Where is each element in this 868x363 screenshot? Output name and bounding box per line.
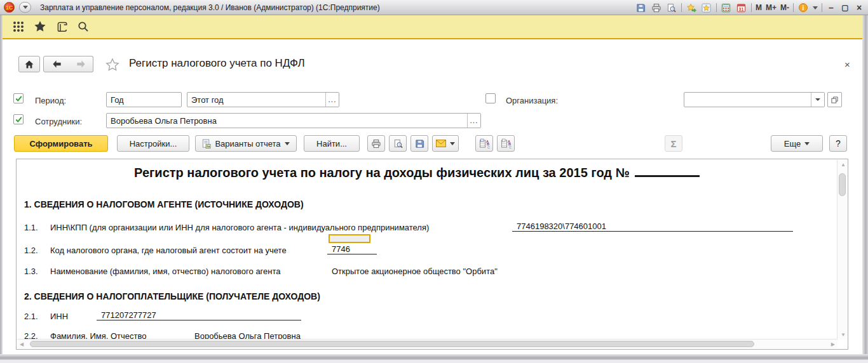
employees-checkbox[interactable] [13, 114, 24, 124]
info-icon[interactable]: i [797, 2, 809, 13]
period-choose-button[interactable]: ... [325, 93, 339, 107]
titlebar-toolbar: 31 M M+ M- i – ▢ × [635, 0, 864, 15]
calendar-icon[interactable]: 31 [736, 2, 747, 13]
1c-logo-icon: 1С [4, 2, 15, 13]
employees-field[interactable]: ... [106, 113, 481, 128]
home-icon [24, 60, 34, 69]
favorites-star-icon[interactable] [29, 17, 51, 36]
report-variants-label: Варианты отчета [215, 139, 280, 148]
minimize-button[interactable]: – [826, 3, 836, 13]
item-number: 1.2. [24, 246, 38, 255]
period-value-input[interactable] [187, 93, 325, 107]
collapse-group-levels-button[interactable]: ABC [497, 135, 515, 152]
find-button[interactable]: Найти... [304, 135, 360, 152]
report-number-blank [635, 175, 700, 177]
report-area[interactable]: Регистр налогового учета по налогу на до… [16, 159, 848, 350]
page-title: Регистр налогового учета по НДФЛ [129, 57, 305, 70]
close-button[interactable]: × [854, 3, 864, 13]
item-number: 1.1. [24, 223, 38, 232]
window-title: Зарплата и управление персоналом, редакц… [40, 3, 380, 12]
separator [681, 3, 682, 12]
period-checkbox[interactable] [13, 93, 24, 103]
svg-text:i: i [803, 4, 804, 11]
favorite-star-toggle[interactable] [105, 57, 120, 75]
vertical-scrollbar-thumb[interactable] [839, 173, 846, 196]
print-preview-icon [393, 139, 403, 148]
save-icon[interactable] [635, 2, 647, 13]
settings-button[interactable]: Настройки... [117, 135, 189, 152]
generate-button[interactable]: Сформировать [14, 135, 108, 152]
scroll-up-icon[interactable]: ▲ [841, 162, 846, 168]
horizontal-scrollbar-thumb[interactable] [30, 341, 754, 347]
help-button-label: ? [836, 138, 841, 148]
scroll-left-icon[interactable]: ◀ [20, 341, 24, 347]
item-label: Код налогового органа, где налоговый аге… [50, 246, 287, 255]
item-number: 2.1. [24, 312, 38, 321]
back-button[interactable] [43, 56, 70, 72]
more-button[interactable]: Еще [771, 135, 823, 152]
print-preview-button[interactable] [389, 135, 407, 152]
home-button[interactable] [18, 56, 40, 72]
item-value: 7746198320\774601001 [512, 221, 793, 232]
memory-add-button[interactable]: M+ [766, 3, 776, 12]
organization-checkbox[interactable] [485, 93, 496, 103]
organization-dropdown-button[interactable] [811, 93, 824, 107]
vertical-scrollbar[interactable]: ▲ ▼ [837, 160, 847, 340]
forward-button[interactable] [69, 56, 93, 72]
expand-group-levels-button[interactable]: ABC [475, 135, 493, 152]
separator [716, 3, 717, 12]
maximize-button[interactable]: ▢ [840, 3, 850, 12]
search-icon[interactable] [72, 17, 94, 36]
organization-combobox[interactable] [684, 92, 825, 107]
print-button[interactable] [367, 135, 385, 152]
report-variants-button[interactable]: Варианты отчета [195, 135, 297, 152]
scroll-down-icon[interactable]: ▼ [841, 332, 846, 338]
separator [751, 3, 752, 12]
organization-input[interactable] [684, 93, 811, 107]
send-email-button[interactable] [432, 135, 459, 152]
check-icon [15, 95, 23, 103]
period-value-field[interactable]: ... [187, 92, 339, 107]
main-menu-button[interactable] [19, 2, 31, 13]
item-label: ИНН [50, 312, 68, 321]
favorites-icon[interactable] [701, 2, 712, 13]
item-value: 7746 [327, 244, 377, 254]
help-button[interactable]: ? [829, 135, 847, 152]
generate-button-label: Сформировать [29, 139, 92, 148]
employees-label: Сотрудники: [35, 117, 82, 126]
history-icon[interactable] [51, 17, 72, 36]
form-close-icon[interactable]: × [844, 59, 850, 70]
print-icon [371, 139, 381, 148]
print-preview-icon[interactable] [666, 2, 677, 13]
employees-input[interactable] [107, 114, 467, 128]
horizontal-scrollbar[interactable]: ◀ ▶ [17, 339, 837, 348]
scroll-right-icon[interactable]: ▶ [831, 341, 835, 347]
window-titlebar: 1С Зарплата и управление персоналом, ред… [0, 0, 868, 15]
calculator-icon[interactable] [721, 2, 732, 13]
envelope-icon [436, 140, 446, 147]
item-number: 1.3. [24, 267, 38, 276]
window-frame-bottom [0, 354, 868, 360]
memory-recall-button[interactable]: M [756, 3, 762, 12]
print-icon[interactable] [651, 2, 662, 13]
section-heading: 2. СВЕДЕНИЯ О НАЛОГОПЛАТЕЛЬЩИКЕ (ПОЛУЧАТ… [24, 291, 320, 301]
period-type-combobox[interactable] [106, 92, 182, 107]
settings-button-label: Настройки... [130, 139, 177, 148]
item-value: 771207277727 [97, 310, 301, 320]
selected-cell[interactable] [329, 234, 370, 243]
item-label: ИНН\КПП (для организации или ИНН для нал… [50, 223, 429, 232]
sum-button: Σ [665, 135, 682, 152]
separator [793, 3, 794, 12]
menu-grid-icon[interactable] [8, 17, 29, 36]
chevron-down-icon [285, 142, 290, 145]
period-label: Период: [35, 96, 66, 105]
chevron-down-icon [23, 6, 28, 9]
add-favorite-icon[interactable] [686, 2, 697, 13]
employees-choose-button[interactable]: ... [467, 114, 480, 128]
organization-open-button[interactable] [827, 92, 842, 107]
save-result-button[interactable] [410, 135, 428, 152]
window-frame-bottom-edge [0, 360, 868, 363]
info-dropdown-icon[interactable] [813, 6, 818, 10]
section-heading: 1. СВЕДЕНИЯ О НАЛОГОВОМ АГЕНТЕ (ИСТОЧНИК… [24, 199, 304, 209]
memory-subtract-button[interactable]: M- [780, 3, 789, 12]
